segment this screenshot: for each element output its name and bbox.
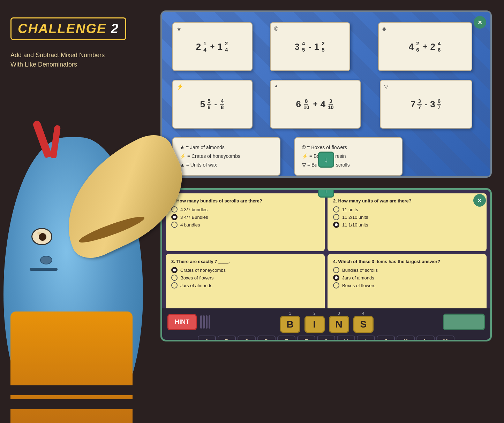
q1-option-2[interactable]: 3 4/7 Bundles xyxy=(171,214,319,220)
question-3: 3. There are exactly 7 ____. Crates of h… xyxy=(166,254,325,312)
q2-option-3[interactable]: 11 1/10 units xyxy=(333,222,481,228)
deco-line-2 xyxy=(203,315,205,329)
answer-submit-box[interactable] xyxy=(443,314,485,330)
legend-left: ★ = Jars of almonds ⚡ = Crates of honeyc… xyxy=(172,137,280,176)
math-card-5: ▲ 6 810 + 4 310 xyxy=(270,80,361,129)
math-panel-close-button[interactable]: × xyxy=(474,16,486,29)
key-J[interactable]: J xyxy=(377,336,395,341)
math-card-2: © 3 45 - 1 25 xyxy=(270,22,350,71)
math-panel: × ★ 2 14 + 1 24 © 3 45 - 1 25 ♣ 4 26 + 2… xyxy=(160,10,492,178)
card4-symbol: ⚡ xyxy=(176,83,183,90)
question-2-title: 2. How many units of wax are there? xyxy=(333,198,481,203)
letter-box-2[interactable]: I xyxy=(304,316,325,333)
key-H[interactable]: H xyxy=(337,336,355,341)
monster-eye-left xyxy=(31,228,52,245)
challenge-number: 2 xyxy=(111,21,119,36)
key-K[interactable]: K xyxy=(397,336,415,341)
q4-option-3[interactable]: Boxes of flowers xyxy=(333,282,481,289)
q2-radio-1[interactable] xyxy=(333,206,339,213)
key-L[interactable]: L xyxy=(416,336,435,341)
letter-box-num-4: 4 xyxy=(362,311,364,315)
monster-eye-highlight xyxy=(37,232,41,234)
q4-radio-1[interactable] xyxy=(333,267,339,273)
q1-option-3[interactable]: 4 bundles xyxy=(171,222,319,228)
q3-label-1: Crates of honeycombs xyxy=(180,268,226,273)
left-panel: CHALLENGE 2 Add and Subtract Mixed Numbe… xyxy=(0,0,164,423)
q4-radio-3[interactable] xyxy=(333,282,339,289)
q4-option-2[interactable]: Jars of almonds xyxy=(333,275,481,281)
legend-left-item3: ▲ = Units of wax xyxy=(180,161,273,169)
letter-box-1[interactable]: B xyxy=(280,316,300,333)
challenge-subtitle: Add and Subtract Mixed Numbers With Like… xyxy=(10,51,105,69)
deco-line-1 xyxy=(200,315,202,329)
q2-radio-3[interactable] xyxy=(333,222,339,228)
q2-label-2: 11 2/10 units xyxy=(342,215,368,220)
card2-expression: 3 45 - 1 25 xyxy=(295,41,326,53)
keyboard-container: HINT 1 B 2 I 3 N xyxy=(162,308,490,340)
letter-box-wrapper-3: 3 N xyxy=(329,311,349,333)
q3-radio-1[interactable] xyxy=(171,267,178,273)
letter-box-wrapper-1: 1 B xyxy=(280,311,300,333)
math-card-4: ⚡ 5 58 - 48 xyxy=(172,80,253,129)
card4-expression: 5 58 - 48 xyxy=(200,98,225,110)
letter-box-3[interactable]: N xyxy=(329,316,349,333)
q2-radio-2[interactable] xyxy=(333,214,339,220)
challenge-title: CHALLENGE 2 xyxy=(18,21,119,36)
key-D[interactable]: D xyxy=(257,336,276,341)
letter-box-num-1: 1 xyxy=(289,311,291,315)
math-card-1: ★ 2 14 + 1 24 xyxy=(172,22,253,71)
card5-expression: 6 810 + 4 310 xyxy=(296,98,334,110)
math-card-6: ▽ 7 37 - 3 67 xyxy=(380,80,472,129)
q1-radio-3[interactable] xyxy=(171,222,178,228)
key-G[interactable]: G xyxy=(317,336,335,341)
q2-option-2[interactable]: 11 2/10 units xyxy=(333,214,481,220)
keyboard-rows: A B C D E F G H I J K L M N O P Q R S xyxy=(167,336,485,341)
letter-box-4[interactable]: S xyxy=(353,316,374,333)
hint-button[interactable]: HINT xyxy=(167,314,197,330)
key-E[interactable]: E xyxy=(277,336,295,341)
quiz-panel: ↑ × 1. How many bundles of scrolls are t… xyxy=(160,188,492,341)
q2-label-3: 11 1/10 units xyxy=(342,222,368,228)
q2-option-1[interactable]: 11 units xyxy=(333,206,481,213)
q1-radio-1[interactable] xyxy=(171,206,178,213)
key-B[interactable]: B xyxy=(218,336,236,341)
subtitle-line2: With Like Denominators xyxy=(10,60,105,69)
scroll-down-button[interactable]: ↓ xyxy=(318,152,334,168)
q3-radio-2[interactable] xyxy=(171,275,178,281)
question-2: 2. How many units of wax are there? 11 u… xyxy=(328,193,487,251)
math-card-3: ♣ 4 26 + 2 46 xyxy=(378,22,472,71)
outfit-stripe-1 xyxy=(10,385,133,395)
key-I[interactable]: I xyxy=(357,336,375,341)
letter-box-wrapper-2: 2 I xyxy=(304,311,325,333)
q1-label-1: 4 3/7 bundles xyxy=(180,207,208,212)
monster-character xyxy=(0,109,167,423)
scroll-up-button[interactable]: ↑ xyxy=(318,188,334,198)
question-3-title: 3. There are exactly 7 ____. xyxy=(171,259,319,264)
q3-option-3[interactable]: Jars of almonds xyxy=(171,282,319,289)
question-1: 1. How many bundles of scrolls are there… xyxy=(166,193,325,251)
q3-option-1[interactable]: Crates of honeycombs xyxy=(171,267,319,273)
q4-label-3: Boxes of flowers xyxy=(342,283,375,288)
key-M[interactable]: M xyxy=(436,336,454,341)
letter-box-wrapper-4: 4 S xyxy=(353,311,374,333)
q2-label-1: 11 units xyxy=(342,207,358,212)
quiz-panel-close-button[interactable]: × xyxy=(473,194,486,207)
q4-radio-2[interactable] xyxy=(333,275,339,281)
quiz-questions-grid: 1. How many bundles of scrolls are there… xyxy=(166,193,487,312)
q4-option-1[interactable]: Bundles of scrolls xyxy=(333,267,481,273)
q1-option-1[interactable]: 4 3/7 bundles xyxy=(171,206,319,213)
card2-symbol: © xyxy=(274,26,278,32)
q3-radio-3[interactable] xyxy=(171,282,178,289)
legend-right-item2: ⚡ = Bottles of resin xyxy=(302,152,395,161)
card1-expression: 2 14 + 1 24 xyxy=(196,41,229,53)
question-1-title: 1. How many bundles of scrolls are there… xyxy=(171,198,319,203)
q3-option-2[interactable]: Boxes of flowers xyxy=(171,275,319,281)
q1-radio-2[interactable] xyxy=(171,214,178,220)
key-A[interactable]: A xyxy=(198,336,216,341)
challenge-title-box: CHALLENGE 2 xyxy=(10,17,126,40)
letter-box-num-3: 3 xyxy=(338,311,340,315)
key-F[interactable]: F xyxy=(297,336,315,341)
card1-symbol: ★ xyxy=(176,26,181,32)
key-C[interactable]: C xyxy=(238,336,256,341)
legend-right-item3: ▽ = Bundles of scrolls xyxy=(302,161,395,169)
